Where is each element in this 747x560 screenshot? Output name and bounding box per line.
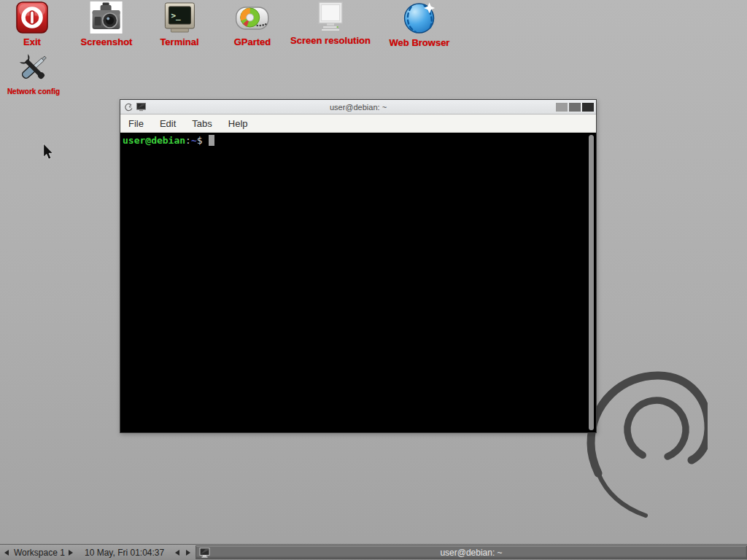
desktop-icon-terminal[interactable]: >_ Terminal — [160, 1, 198, 47]
prompt-separator: : — [185, 135, 191, 146]
menu-file[interactable]: File — [128, 118, 144, 129]
desktop-icon-web-browser[interactable]: Web Browser — [390, 1, 450, 48]
terminal-window-icon — [136, 103, 146, 112]
icon-label: Terminal — [160, 36, 198, 47]
maximize-button[interactable] — [569, 103, 581, 112]
network-tools-icon — [17, 51, 50, 85]
terminal-content[interactable]: user@debian:~$ — [120, 133, 596, 432]
prompt-user-host: user@debian — [123, 135, 185, 146]
tasklist-prev-arrow[interactable] — [175, 545, 179, 560]
power-icon — [16, 1, 48, 34]
icon-label: GParted — [234, 36, 271, 47]
prompt-symbol: $ — [197, 135, 203, 146]
workspace-label: Workspace 1 — [14, 545, 65, 560]
icon-label: Exit — [16, 36, 48, 47]
terminal-scrollbar[interactable] — [587, 134, 595, 431]
window-titlebar[interactable]: user@debian: ~ — [120, 100, 596, 114]
taskbar-clock: 10 May, Fri 01:04:37 — [85, 545, 164, 560]
scrollbar-thumb[interactable] — [589, 135, 594, 430]
prompt-path: ~ — [191, 135, 197, 146]
icon-label: Screen resolution — [290, 35, 371, 46]
workspace-prev-arrow[interactable] — [4, 545, 9, 560]
desktop-icon-network-config[interactable]: Network config — [7, 51, 60, 96]
svg-text:>_: >_ — [171, 11, 181, 20]
prompt-line: user@debian:~$ — [123, 135, 596, 146]
desktop-icon-screenshot[interactable]: Screenshot — [81, 1, 133, 47]
icon-label: Screenshot — [81, 36, 133, 47]
crt-terminal-icon: >_ — [163, 1, 196, 34]
task-button-terminal[interactable]: user@debian: ~ — [196, 545, 747, 559]
icon-label: Network config — [7, 88, 60, 96]
icon-label: Web Browser — [390, 37, 450, 48]
taskbar: Workspace 1 10 May, Fri 01:04:37 user@de… — [0, 544, 747, 560]
monitor-icon — [314, 1, 347, 32]
close-button[interactable] — [582, 103, 594, 112]
window-title: user@debian: ~ — [120, 103, 596, 112]
task-button-title: user@debian: ~ — [196, 548, 746, 558]
minimize-button[interactable] — [556, 103, 568, 112]
mouse-cursor — [42, 143, 55, 160]
globe-icon — [403, 1, 436, 34]
menu-tabs[interactable]: Tabs — [192, 118, 212, 129]
debian-swirl-window-icon — [124, 103, 133, 112]
task-monitor-icon — [199, 548, 210, 558]
disk-partition-icon — [235, 3, 270, 34]
workspace-next-arrow[interactable] — [69, 545, 73, 560]
terminal-window: user@debian: ~ File Edit Tabs Help user@… — [120, 99, 597, 433]
menu-bar: File Edit Tabs Help — [120, 114, 596, 133]
desktop-icon-gparted[interactable]: GParted — [234, 3, 271, 47]
terminal-cursor — [209, 135, 214, 146]
desktop-icon-exit[interactable]: Exit — [16, 1, 48, 47]
camera-icon — [90, 1, 123, 34]
desktop-icon-screen-resolution[interactable]: Screen resolution — [290, 1, 371, 46]
menu-edit[interactable]: Edit — [160, 118, 176, 129]
tasklist-next-arrow[interactable] — [186, 545, 190, 560]
menu-help[interactable]: Help — [228, 118, 248, 129]
